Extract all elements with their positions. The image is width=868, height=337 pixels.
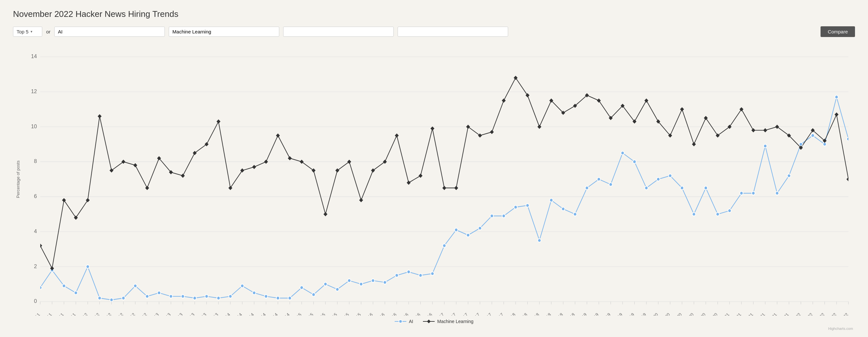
svg-point-21	[86, 265, 89, 269]
chevron-down-icon: ▾	[31, 30, 32, 34]
page-title: November 2022 Hacker News Hiring Trends	[13, 9, 855, 19]
svg-marker-124	[490, 130, 494, 134]
svg-marker-109	[311, 168, 315, 173]
svg-text:Aug13: Aug13	[183, 312, 195, 315]
svg-text:Oct22: Oct22	[838, 312, 849, 315]
svg-text:Dec12: Dec12	[136, 312, 148, 315]
svg-marker-123	[478, 133, 482, 138]
svg-marker-98	[181, 174, 185, 178]
svg-text:Feb21: Feb21	[718, 312, 731, 315]
svg-point-46	[383, 280, 386, 284]
highcharts-credit: Highcharts.com	[13, 327, 855, 331]
svg-point-38	[288, 296, 291, 300]
top5-dropdown[interactable]: Top 5 ▾	[13, 27, 42, 37]
svg-point-23	[110, 298, 113, 302]
svg-marker-93	[122, 160, 125, 164]
compare-button[interactable]: Compare	[820, 26, 855, 37]
svg-text:Oct13: Oct13	[196, 312, 208, 315]
svg-text:Oct20: Oct20	[695, 312, 706, 315]
svg-text:Jun19: Jun19	[600, 312, 612, 315]
svg-marker-94	[133, 163, 137, 167]
svg-point-24	[122, 296, 125, 300]
svg-text:Feb15: Feb15	[290, 312, 302, 315]
svg-marker-125	[502, 98, 505, 103]
svg-text:Dec15: Dec15	[350, 312, 362, 315]
svg-marker-110	[323, 212, 328, 216]
svg-marker-147	[763, 128, 767, 132]
svg-marker-101	[217, 120, 220, 124]
svg-text:10: 10	[31, 123, 37, 130]
chart-legend: AI Machine Learning	[13, 319, 855, 327]
svg-text:Oct16: Oct16	[410, 312, 421, 315]
svg-text:Oct21: Oct21	[766, 312, 778, 315]
svg-text:Oct18: Oct18	[552, 312, 564, 315]
search-input-1[interactable]	[54, 27, 165, 37]
svg-marker-154	[846, 177, 850, 181]
svg-point-84	[835, 96, 838, 99]
svg-text:Apr12: Apr12	[89, 312, 100, 315]
svg-text:Jun20: Jun20	[671, 312, 683, 315]
svg-point-50	[431, 272, 434, 275]
svg-point-65	[609, 183, 613, 187]
svg-point-44	[360, 282, 363, 286]
or-label: or	[46, 29, 51, 34]
svg-point-74	[716, 212, 719, 216]
chart-inner: 0 2 4 6 8 10 12 14 Apr11	[21, 43, 855, 315]
search-input-4[interactable]	[398, 27, 508, 37]
svg-text:8: 8	[34, 158, 37, 165]
search-input-3[interactable]	[283, 27, 394, 37]
svg-point-22	[98, 296, 101, 300]
svg-point-63	[585, 187, 588, 190]
search-input-2[interactable]	[169, 27, 279, 37]
svg-marker-95	[145, 186, 149, 190]
svg-point-31	[205, 295, 208, 298]
controls-bar: Top 5 ▾ or Compare	[13, 26, 855, 37]
svg-text:Aug15: Aug15	[326, 312, 338, 315]
svg-point-29	[181, 295, 184, 298]
svg-rect-16	[40, 53, 848, 305]
svg-point-36	[264, 295, 268, 298]
svg-point-294	[399, 320, 402, 323]
svg-point-56	[502, 214, 505, 218]
svg-marker-140	[680, 107, 684, 111]
svg-point-48	[407, 270, 410, 274]
svg-text:Aug12: Aug12	[112, 312, 124, 315]
svg-marker-122	[466, 125, 470, 129]
svg-marker-128	[537, 125, 541, 129]
svg-point-79	[775, 192, 779, 195]
svg-marker-116	[395, 133, 399, 138]
svg-text:Feb20: Feb20	[647, 312, 659, 315]
svg-marker-148	[775, 125, 779, 129]
svg-text:Feb19: Feb19	[576, 312, 588, 315]
svg-point-40	[312, 293, 315, 296]
svg-text:Feb16: Feb16	[362, 312, 374, 315]
svg-text:Feb17: Feb17	[433, 312, 445, 315]
svg-text:Dec14: Dec14	[278, 312, 290, 315]
svg-point-32	[217, 296, 220, 300]
svg-marker-108	[300, 160, 304, 164]
svg-text:Feb14: Feb14	[219, 312, 231, 315]
svg-marker-114	[371, 168, 375, 173]
svg-point-20	[74, 291, 78, 295]
svg-marker-111	[336, 168, 339, 173]
svg-marker-86	[38, 243, 42, 248]
svg-point-52	[455, 228, 458, 232]
svg-point-75	[728, 209, 731, 213]
svg-point-33	[229, 295, 232, 298]
svg-point-64	[597, 178, 600, 181]
svg-marker-119	[430, 126, 434, 131]
svg-marker-113	[359, 198, 363, 202]
svg-point-85	[847, 137, 850, 141]
svg-text:Jun22: Jun22	[814, 312, 826, 315]
svg-point-82	[811, 134, 814, 137]
svg-text:Apr13: Apr13	[160, 312, 172, 315]
svg-point-53	[466, 233, 470, 237]
svg-text:0: 0	[34, 298, 37, 305]
svg-text:Oct14: Oct14	[267, 312, 279, 315]
svg-text:Jun13: Jun13	[172, 312, 184, 315]
svg-point-25	[134, 284, 137, 288]
svg-marker-104	[252, 165, 256, 169]
svg-text:Jun15: Jun15	[315, 312, 327, 315]
svg-point-45	[371, 279, 374, 282]
svg-text:Apr21: Apr21	[731, 312, 742, 315]
